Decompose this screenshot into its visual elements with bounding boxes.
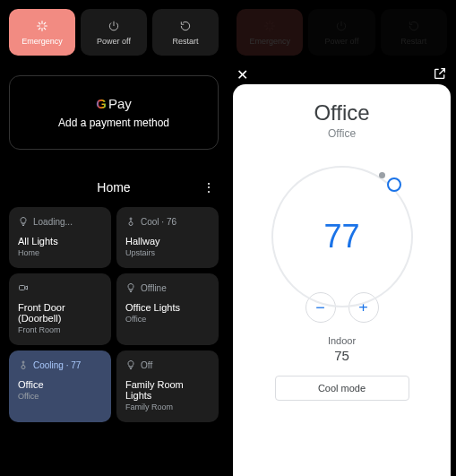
- tile-name: Front Door (Doorbell): [18, 302, 102, 324]
- gpay-logo: G Pay: [96, 96, 132, 111]
- restart-icon: [178, 19, 193, 33]
- device-tiles-grid: Loading...All LightsHomeCool · 76Hallway…: [9, 207, 219, 422]
- home-title: Home: [97, 180, 130, 195]
- dim-restart-button: Restart: [381, 9, 447, 56]
- tile-status: Cool · 76: [141, 217, 176, 227]
- device-tile[interactable]: Loading...All LightsHome: [9, 207, 111, 268]
- device-tile[interactable]: Cooling · 77OfficeOffice: [9, 351, 111, 422]
- google-g-icon: G: [96, 96, 107, 111]
- bulb-icon: [125, 282, 136, 293]
- emergency-icon: [262, 19, 277, 33]
- sheet-title: Office: [314, 100, 369, 125]
- dim-poweroff-button: Power off: [308, 9, 374, 56]
- thermostat-panel: Emergency Power off Restart ✕ Office Off…: [228, 0, 456, 476]
- tile-status: Off: [141, 360, 152, 370]
- thermostat-sheet: Office Office 77 − + Indoor 75 Cool mode: [233, 84, 451, 476]
- emergency-button[interactable]: Emergency: [9, 9, 75, 56]
- power-button-row: Emergency Power off Restart: [9, 9, 219, 56]
- thermo-icon: [18, 359, 29, 370]
- close-icon[interactable]: ✕: [237, 66, 248, 84]
- tile-status: Cooling · 77: [33, 360, 81, 370]
- tile-name: Office Lights: [125, 302, 210, 313]
- gpay-subtitle: Add a payment method: [19, 117, 209, 129]
- overflow-menu-icon[interactable]: ⋮: [202, 180, 215, 195]
- home-header: Home ⋮: [9, 180, 219, 195]
- power-icon: [334, 19, 348, 33]
- device-tile[interactable]: Front Door (Doorbell)Front Room: [9, 273, 111, 345]
- dial-current-dot: [379, 172, 385, 178]
- thermo-icon: [125, 216, 136, 227]
- tile-name: Office: [18, 379, 102, 390]
- device-tile[interactable]: OffFamily Room LightsFamily Room: [116, 351, 219, 422]
- tile-room: Office: [125, 315, 210, 324]
- tile-name: All Lights: [18, 236, 102, 247]
- power-icon: [107, 19, 121, 33]
- emergency-icon: [35, 19, 49, 33]
- bulb-icon: [125, 359, 136, 370]
- restart-icon: [407, 19, 421, 33]
- power-menu-panel: Emergency Power off Restart G Pay Add a …: [0, 0, 228, 476]
- tile-room: Upstairs: [125, 248, 210, 257]
- tile-room: Front Room: [18, 325, 102, 334]
- device-tile[interactable]: OfflineOffice LightsOffice: [116, 273, 219, 345]
- thermostat-dial[interactable]: 77: [262, 156, 423, 317]
- indoor-temp: 75: [334, 348, 349, 363]
- gpay-pay-text: Pay: [108, 96, 132, 111]
- device-tile[interactable]: Cool · 76HallwayUpstairs: [116, 207, 219, 268]
- tile-name: Family Room Lights: [125, 379, 210, 401]
- restart-label: Restart: [172, 37, 198, 46]
- sheet-top-controls: ✕: [228, 66, 456, 84]
- video-icon: [18, 282, 29, 293]
- restart-button[interactable]: Restart: [152, 9, 219, 56]
- tile-room: Family Room: [125, 402, 210, 411]
- tile-status: Loading...: [33, 217, 73, 227]
- tile-room: Home: [18, 248, 102, 257]
- tile-room: Office: [18, 392, 102, 401]
- bulb-icon: [18, 216, 29, 227]
- dial-handle[interactable]: [387, 177, 401, 192]
- open-external-icon[interactable]: [433, 66, 447, 84]
- poweroff-button[interactable]: Power off: [81, 9, 147, 56]
- sheet-subtitle: Office: [328, 127, 356, 140]
- gpay-card[interactable]: G Pay Add a payment method: [9, 75, 219, 150]
- tile-status: Offline: [141, 283, 167, 293]
- emergency-label: Emergency: [22, 37, 63, 46]
- poweroff-label: Power off: [97, 37, 131, 46]
- svg-rect-0: [20, 286, 25, 290]
- dim-power-row: Emergency Power off Restart: [228, 0, 456, 65]
- setpoint-temp: 77: [323, 218, 359, 255]
- mode-button[interactable]: Cool mode: [275, 376, 409, 401]
- dim-emergency-button: Emergency: [237, 9, 303, 56]
- tile-name: Hallway: [125, 236, 210, 247]
- indoor-label: Indoor: [328, 335, 356, 346]
